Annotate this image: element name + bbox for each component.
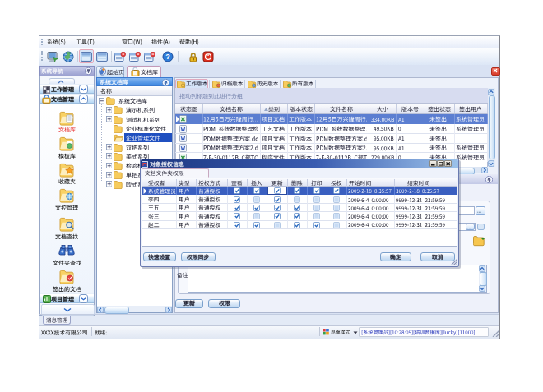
svg-text:?: ? <box>165 53 170 61</box>
